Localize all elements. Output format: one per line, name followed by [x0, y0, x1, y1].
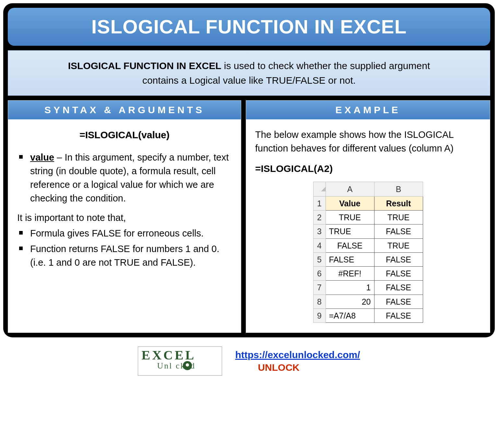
- cell-result: FALSE: [374, 267, 423, 281]
- argument-item: value – In this argument, specify a numb…: [17, 151, 232, 205]
- example-intro: The below example shows how the ISLOGICA…: [255, 128, 481, 155]
- example-heading: EXAMPLE: [246, 101, 490, 119]
- cell-value: FALSE: [326, 238, 374, 252]
- example-panel: EXAMPLE The below example shows how the …: [246, 100, 490, 333]
- argument-list: value – In this argument, specify a numb…: [17, 151, 232, 205]
- row-header: 1: [313, 196, 326, 210]
- cell-result: FALSE: [374, 252, 423, 266]
- table-row: 5 FALSE FALSE: [313, 252, 423, 266]
- col-header-B: B: [374, 182, 423, 196]
- cell-value: 20: [326, 295, 374, 309]
- logo: EXCEL Unl cked: [138, 346, 222, 376]
- cell-value: =A7/A8: [326, 309, 374, 322]
- excel-table: A B 1 Value Result 2 TRUE TRUE: [313, 182, 423, 323]
- row-header: 7: [313, 281, 326, 295]
- description-bold: ISLOGICAL FUNCTION IN EXCEL: [68, 60, 221, 71]
- description-text-1: is used to check whether the supplied ar…: [221, 60, 430, 71]
- cell-result: FALSE: [374, 281, 423, 295]
- row-header: 3: [313, 224, 326, 238]
- footer: EXCEL Unl cked https://excelunlocked.com…: [3, 345, 495, 381]
- cell-value: 1: [326, 281, 374, 295]
- cell-result: FALSE: [374, 309, 423, 322]
- cell-header-result: Result: [374, 196, 423, 210]
- row-header: 8: [313, 295, 326, 309]
- row-header: 6: [313, 267, 326, 281]
- table-row: 9 =A7/A8 FALSE: [313, 309, 423, 322]
- table-row: 4 FALSE TRUE: [313, 238, 423, 252]
- columns-row: SYNTAX & ARGUMENTS =ISLOGICAL(value) val…: [8, 100, 490, 333]
- note-item: Function returns FALSE for numbers 1 and…: [17, 242, 232, 269]
- syntax-body: =ISLOGICAL(value) value – In this argume…: [8, 119, 241, 281]
- infographic-card: ISLOGICAL FUNCTION IN EXCEL ISLOGICAL FU…: [3, 3, 495, 337]
- footer-unlock-text: UNLOCK: [258, 362, 299, 373]
- syntax-formula: =ISLOGICAL(value): [17, 128, 232, 142]
- cell-result: FALSE: [374, 224, 423, 238]
- col-header-A: A: [326, 182, 374, 196]
- cell-value: TRUE: [326, 211, 374, 224]
- excel-table-wrap: A B 1 Value Result 2 TRUE TRUE: [255, 182, 481, 323]
- table-row: 8 20 FALSE: [313, 295, 423, 309]
- table-row: 6 #REF! FALSE: [313, 267, 423, 281]
- row-header: 5: [313, 252, 326, 266]
- example-body: The below example shows how the ISLOGICA…: [246, 119, 490, 333]
- footer-links: https://excelunlocked.com/ UNLOCK: [235, 348, 360, 374]
- argument-description: – In this argument, specify a number, te…: [30, 152, 229, 203]
- excel-col-header-row: A B: [313, 182, 423, 196]
- cell-result: TRUE: [374, 238, 423, 252]
- cell-value: FALSE: [326, 252, 374, 266]
- note-item: Formula gives FALSE for erroneous cells.: [17, 226, 232, 240]
- description-bar: ISLOGICAL FUNCTION IN EXCEL is used to c…: [8, 50, 490, 96]
- notes-list: Formula gives FALSE for erroneous cells.…: [17, 226, 232, 269]
- row-header: 4: [313, 238, 326, 252]
- footer-url[interactable]: https://excelunlocked.com/: [235, 349, 360, 360]
- table-row: 7 1 FALSE: [313, 281, 423, 295]
- description-text-2: contains a Logical value like TRUE/FALSE…: [142, 75, 356, 86]
- notes-intro: It is important to note that,: [17, 211, 232, 224]
- table-row: 3 TRUE FALSE: [313, 224, 423, 238]
- table-row: 1 Value Result: [313, 196, 423, 210]
- cell-header-value: Value: [326, 196, 374, 210]
- corner-triangle-icon: [321, 187, 326, 191]
- logo-top-text: EXCEL: [141, 349, 219, 362]
- cell-result: FALSE: [374, 295, 423, 309]
- argument-name: value: [30, 152, 54, 163]
- table-row: 2 TRUE TRUE: [313, 211, 423, 224]
- cell-result: TRUE: [374, 211, 423, 224]
- row-header: 9: [313, 309, 326, 322]
- row-header: 2: [313, 211, 326, 224]
- example-formula: =ISLOGICAL(A2): [255, 162, 481, 176]
- syntax-panel: SYNTAX & ARGUMENTS =ISLOGICAL(value) val…: [8, 100, 241, 333]
- select-all-corner: [313, 182, 326, 196]
- cell-value: TRUE: [326, 224, 374, 238]
- cell-value: #REF!: [326, 267, 374, 281]
- syntax-heading: SYNTAX & ARGUMENTS: [8, 101, 241, 119]
- page-title: ISLOGICAL FUNCTION IN EXCEL: [8, 8, 490, 46]
